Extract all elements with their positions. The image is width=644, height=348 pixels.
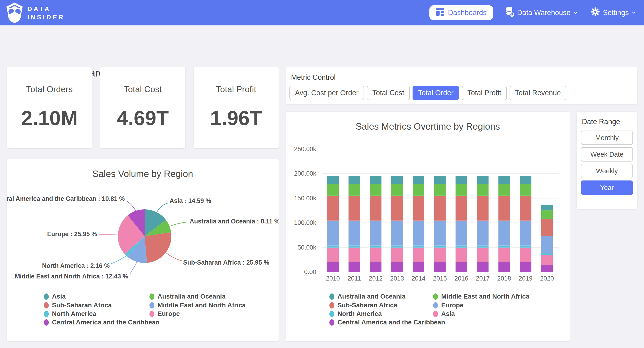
bar-chart: 0.0050.00k100.00k150.00k200.00k250.00k20… — [286, 112, 570, 341]
bar-segment-europe — [370, 221, 381, 246]
legend-item-asia[interactable]: Asia — [433, 310, 455, 317]
bar-segment-north-america — [456, 246, 467, 248]
bar-segment-north-america — [434, 246, 446, 248]
x-axis-tick: 2014 — [412, 275, 426, 282]
legend-label: Australia and Oceania — [158, 293, 226, 300]
bar-segment-australia-and-oceania — [541, 205, 553, 210]
legend-dot — [330, 293, 334, 300]
pie-leader-line — [130, 262, 137, 274]
bar-segment-sub-saharan-africa — [520, 196, 531, 221]
legend-item-sub-saharan-africa[interactable]: Sub-Saharan Africa — [330, 301, 397, 309]
bar-segment-australia-and-oceania — [456, 176, 467, 184]
legend-label: North America — [52, 310, 96, 317]
metric-option-total-cost[interactable]: Total Cost — [367, 86, 410, 100]
kpi-value: 1.96T — [194, 106, 278, 130]
legend-dot — [44, 293, 49, 300]
bar-segment-middle-east-and-north-africa — [391, 184, 403, 196]
bar-segment-australia-and-oceania — [391, 176, 403, 184]
bar-segment-australia-and-oceania — [327, 176, 339, 184]
kpi-card-total-profit: Total Profit 1.96T — [194, 67, 278, 148]
bar-segment-central-america-and-the-caribbean — [520, 262, 531, 272]
bar-segment-sub-saharan-africa — [413, 196, 424, 221]
legend-item-central-america-and-the-caribbean[interactable]: Central America and the Caribbean — [44, 319, 160, 326]
legend-item-middle-east-and-north-africa[interactable]: Middle East and North Africa — [433, 293, 530, 300]
metric-option-total-order[interactable]: Total Order — [412, 86, 459, 100]
chevron-down-icon — [632, 12, 636, 14]
legend-label: Europe — [441, 301, 463, 309]
legend-label: Europe — [158, 310, 180, 317]
bar-segment-middle-east-and-north-africa — [370, 184, 381, 196]
metric-option-avg-cost-per-order[interactable]: Avg. Cost per Order — [290, 86, 364, 100]
bar-segment-sub-saharan-africa — [370, 196, 381, 221]
bar-segment-central-america-and-the-caribbean — [391, 262, 403, 272]
legend-item-sub-saharan-africa[interactable]: Sub-Saharan Africa — [44, 301, 112, 309]
kpi-value: 2.10M — [7, 106, 92, 130]
legend-item-australia-and-oceania[interactable]: Australia and Oceania — [330, 293, 406, 300]
bar-segment-north-america — [477, 246, 488, 248]
pie-callout-australia-and-oceania: Australia and Oceania : 8.11 % — [190, 218, 278, 225]
legend-label: Asia — [52, 293, 66, 300]
legend-label: Middle East and North Africa — [441, 293, 530, 300]
bar-segment-north-america — [348, 246, 360, 248]
legend-item-australia-and-oceania[interactable]: Australia and Oceania — [150, 293, 226, 300]
bar-segment-north-america — [370, 246, 381, 248]
pie-leader-line — [170, 222, 188, 226]
x-axis-tick: 2017 — [476, 275, 490, 282]
date-range-option-week-date[interactable]: Week Date — [581, 147, 633, 162]
legend-label: North America — [338, 310, 382, 317]
legend-item-central-america-and-the-caribbean[interactable]: Central America and the Caribbean — [330, 319, 445, 326]
legend-label: Australia and Oceania — [338, 293, 406, 300]
x-axis-tick: 2013 — [390, 275, 404, 282]
date-range-option-year[interactable]: Year — [581, 180, 633, 195]
bar-segment-asia — [348, 247, 360, 262]
kpi-label: Total Orders — [7, 85, 92, 94]
bar-segment-europe — [391, 221, 403, 246]
date-range-option-monthly[interactable]: Monthly — [581, 131, 633, 145]
date-range-option-weekly[interactable]: Weekly — [581, 164, 633, 178]
pie-leader-line — [111, 256, 126, 264]
bar-segment-asia — [413, 247, 424, 262]
legend-item-asia[interactable]: Asia — [44, 293, 66, 300]
legend-item-europe[interactable]: Europe — [433, 301, 463, 309]
legend-item-middle-east-and-north-africa[interactable]: Middle East and North Africa — [150, 301, 246, 309]
top-navbar: DATA INSIDER Dashboards — [0, 0, 644, 26]
bar-segment-australia-and-oceania — [413, 176, 424, 184]
pie-callout-north-america: North America : 2.16 % — [42, 262, 110, 269]
metric-option-total-profit[interactable]: Total Profit — [462, 86, 506, 100]
bar-segment-europe — [413, 221, 424, 246]
database-icon — [505, 7, 514, 19]
nav-settings-button[interactable]: Settings — [590, 7, 637, 18]
bar-segment-central-america-and-the-caribbean — [434, 262, 446, 272]
metric-option-total-revenue[interactable]: Total Revenue — [510, 86, 566, 100]
brand[interactable]: DATA INSIDER — [5, 2, 65, 25]
legend-dot — [330, 319, 334, 325]
legend-dot — [330, 311, 334, 317]
bar-segment-middle-east-and-north-africa — [413, 184, 424, 196]
owl-logo-icon — [5, 2, 24, 25]
bar-segment-north-america — [541, 253, 553, 255]
legend-item-north-america[interactable]: North America — [330, 310, 382, 317]
nav-dashboards-button[interactable]: Dashboards — [430, 5, 493, 20]
legend-item-europe[interactable]: Europe — [150, 310, 180, 317]
legend-label: Middle East and North Africa — [158, 301, 246, 309]
navbar-menu: Dashboards Data Warehouse — [430, 0, 637, 26]
x-axis-tick: 2015 — [433, 275, 447, 282]
bar-segment-central-america-and-the-caribbean — [348, 262, 360, 272]
bar-segment-middle-east-and-north-africa — [541, 210, 553, 219]
pie-callout-middle-east-and-north-africa: Middle East and North Africa : 12.43 % — [15, 273, 128, 280]
bar-segment-asia — [456, 247, 467, 262]
x-axis-tick: 2012 — [369, 275, 382, 282]
kpi-value: 4.69T — [100, 106, 185, 130]
bar-segment-australia-and-oceania — [370, 176, 381, 184]
bar-segment-asia — [520, 247, 531, 262]
bar-segment-australia-and-oceania — [348, 176, 360, 184]
legend-dot — [433, 293, 438, 300]
legend-label: Sub-Saharan Africa — [52, 301, 112, 309]
bar-segment-europe — [348, 221, 360, 246]
kpi-card-total-cost: Total Cost 4.69T — [100, 67, 185, 148]
nav-data-warehouse-button[interactable]: Data Warehouse — [504, 7, 579, 19]
kpi-label: Total Cost — [100, 85, 185, 94]
y-axis-tick: 50.00k — [298, 244, 316, 251]
bar-segment-europe — [327, 221, 339, 246]
legend-item-north-america[interactable]: North America — [44, 310, 96, 317]
